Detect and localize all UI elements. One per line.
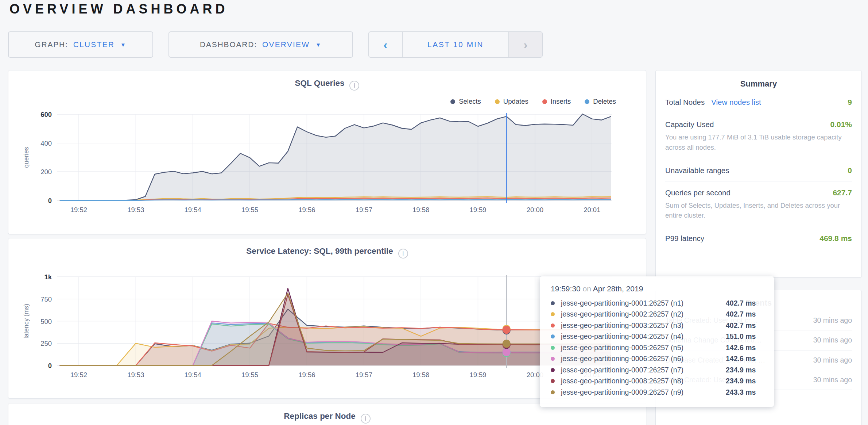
event-time: 30 mins ago [808, 355, 852, 365]
tooltip-node-value: 151.0 ms [726, 332, 756, 341]
summary-row-qps: Queries per second 627.7 Sum of Selects,… [665, 181, 852, 227]
summary-panel: Summary Total Nodes View nodes list 9 Ca… [655, 70, 862, 277]
capacity-used-label: Capacity Used [665, 120, 714, 129]
unavailable-ranges-label: Unavailable ranges [665, 166, 729, 175]
tooltip-row: jesse-geo-partitioning-0003:26257 (n3)40… [551, 320, 763, 331]
node-dot-icon [551, 390, 555, 394]
svg-text:0: 0 [48, 197, 52, 204]
tooltip-header: 19:59:30 on Apr 28th, 2019 [551, 284, 763, 293]
svg-text:19:59: 19:59 [469, 206, 486, 214]
svg-text:20:01: 20:01 [584, 206, 600, 214]
tooltip-node-value: 243.3 ms [726, 388, 756, 397]
time-next-button[interactable]: › [508, 32, 542, 57]
node-dot-icon [551, 357, 555, 361]
node-dot-icon [551, 334, 555, 338]
svg-text:19:55: 19:55 [241, 371, 258, 379]
sql-queries-card: SQL Queries Selects Updates Inserts Dele… [8, 70, 646, 234]
sql-queries-chart[interactable]: 19:5219:5319:5419:5519:5619:5719:5819:59… [8, 70, 647, 224]
svg-text:20:00: 20:00 [527, 206, 543, 214]
svg-text:1k: 1k [44, 273, 52, 281]
svg-text:19:58: 19:58 [412, 206, 429, 214]
tooltip-node-value: 402.7 ms [726, 310, 756, 318]
svg-text:19:55: 19:55 [241, 206, 258, 214]
view-nodes-list-link[interactable]: View nodes list [711, 98, 761, 107]
graph-dropdown[interactable]: GRAPH: CLUSTER ▼ [8, 31, 153, 58]
p99-latency-label: P99 latency [665, 234, 704, 243]
dashboard-dropdown-value: OVERVIEW [262, 40, 310, 49]
info-icon[interactable] [361, 414, 371, 424]
svg-text:400: 400 [40, 139, 52, 147]
tooltip-row: jesse-geo-partitioning-0002:26257 (n2)40… [551, 309, 763, 320]
node-dot-icon [551, 323, 555, 328]
svg-text:19:52: 19:52 [70, 371, 87, 379]
tooltip-time: 19:59:30 [551, 284, 581, 293]
tooltip-row: jesse-geo-partitioning-0009:26257 (n9)24… [551, 387, 763, 398]
node-dot-icon [551, 346, 555, 350]
capacity-used-value: 0.01% [830, 120, 852, 129]
tooltip-on: on [583, 284, 591, 293]
chevron-down-icon: ▼ [315, 42, 322, 48]
tooltip-row: jesse-geo-partitioning-0007:26257 (n7)23… [551, 364, 763, 376]
page-title: OVERVIEW DASHBOARD [9, 1, 228, 17]
svg-text:19:57: 19:57 [356, 206, 372, 214]
node-dot-icon [551, 379, 555, 383]
latency-hover-tooltip: 19:59:30 on Apr 28th, 2019 jesse-geo-par… [540, 276, 774, 407]
tooltip-node-name: jesse-geo-partitioning-0005:26257 (n5) [561, 344, 726, 352]
svg-text:750: 750 [40, 295, 52, 303]
svg-text:19:54: 19:54 [184, 371, 201, 379]
svg-text:200: 200 [40, 168, 52, 176]
tooltip-row: jesse-geo-partitioning-0008:26257 (n8)23… [551, 376, 763, 387]
p99-latency-value: 469.8 ms [819, 234, 852, 243]
chevron-right-icon: › [523, 38, 527, 52]
tooltip-node-name: jesse-geo-partitioning-0003:26257 (n3) [561, 321, 726, 330]
svg-text:19:59: 19:59 [469, 371, 486, 379]
svg-text:19:53: 19:53 [127, 371, 144, 379]
event-time: 30 mins ago [808, 315, 852, 326]
total-nodes-value: 9 [848, 98, 852, 107]
tooltip-node-name: jesse-geo-partitioning-0001:26257 (n1) [561, 299, 726, 307]
time-window-label[interactable]: LAST 10 MIN [403, 32, 508, 57]
tooltip-node-name: jesse-geo-partitioning-0004:26257 (n4) [561, 332, 726, 341]
summary-heading: Summary [665, 70, 852, 91]
qps-desc: Sum of Selects, Updates, Inserts, and De… [665, 200, 852, 221]
tooltip-node-value: 234.9 ms [726, 366, 756, 374]
dashboard-controls: GRAPH: CLUSTER ▼ DASHBOARD: OVERVIEW ▼ ‹… [8, 31, 543, 58]
tooltip-date: Apr 28th, 2019 [593, 284, 643, 293]
node-dot-icon [551, 301, 555, 305]
summary-row-capacity: Capacity Used 0.01% You are using 177.7 … [665, 113, 852, 159]
total-nodes-label: Total Nodes [665, 98, 705, 107]
qps-label: Queries per second [665, 188, 731, 197]
time-prev-button[interactable]: ‹ [369, 32, 403, 57]
capacity-used-desc: You are using 177.7 MiB of 3.1 TiB usabl… [665, 132, 852, 153]
svg-text:19:56: 19:56 [298, 206, 315, 214]
tooltip-node-value: 234.9 ms [726, 377, 756, 385]
dashboard-dropdown-label: DASHBOARD: [200, 40, 257, 49]
chevron-left-icon: ‹ [383, 38, 387, 52]
tooltip-node-value: 402.7 ms [726, 299, 756, 307]
tooltip-node-name: jesse-geo-partitioning-0002:26257 (n2) [561, 310, 726, 318]
dashboard-dropdown[interactable]: DASHBOARD: OVERVIEW ▼ [168, 31, 353, 58]
svg-text:0: 0 [48, 362, 52, 370]
tooltip-row: jesse-geo-partitioning-0006:26257 (n6)14… [551, 353, 763, 365]
time-window-selector: ‹ LAST 10 MIN › [368, 31, 543, 58]
svg-text:queries: queries [23, 147, 30, 168]
tooltip-node-name: jesse-geo-partitioning-0007:26257 (n7) [561, 366, 726, 374]
svg-text:600: 600 [40, 111, 52, 118]
tooltip-node-name: jesse-geo-partitioning-0008:26257 (n8) [561, 377, 726, 385]
replicas-per-node-title: Replicas per Node [8, 411, 646, 424]
svg-text:19:53: 19:53 [127, 206, 144, 214]
tooltip-node-name: jesse-geo-partitioning-0006:26257 (n6) [561, 355, 726, 363]
graph-dropdown-label: GRAPH: [35, 40, 68, 49]
tooltip-row: jesse-geo-partitioning-0004:26257 (n4)15… [551, 331, 763, 342]
graph-dropdown-value: CLUSTER [73, 40, 115, 49]
tooltip-row: jesse-geo-partitioning-0001:26257 (n1)40… [551, 298, 763, 309]
summary-row-total-nodes: Total Nodes View nodes list 9 [665, 91, 852, 113]
unavailable-ranges-value: 0 [848, 166, 852, 175]
svg-text:19:58: 19:58 [412, 371, 429, 379]
svg-text:19:57: 19:57 [356, 371, 372, 379]
qps-value: 627.7 [833, 188, 852, 197]
tooltip-node-value: 142.6 ms [726, 355, 756, 363]
tooltip-rows: jesse-geo-partitioning-0001:26257 (n1)40… [551, 298, 763, 398]
tooltip-node-name: jesse-geo-partitioning-0009:26257 (n9) [561, 388, 726, 397]
svg-text:500: 500 [40, 318, 52, 325]
